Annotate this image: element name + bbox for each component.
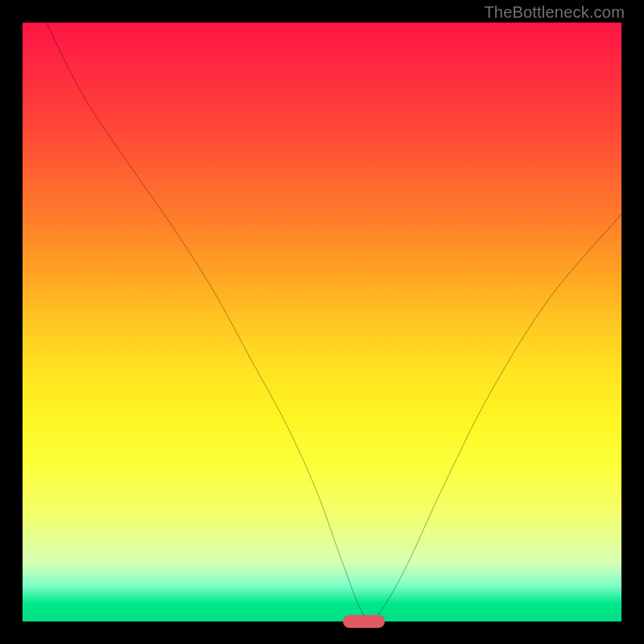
watermark-text: TheBottleneck.com — [484, 3, 625, 22]
chart-frame: TheBottleneck.com — [0, 0, 644, 644]
bottleneck-curve — [23, 23, 621, 621]
plot-area: TheBottleneck.com — [23, 23, 621, 621]
optimal-marker — [343, 615, 385, 628]
curve-path — [47, 23, 621, 621]
